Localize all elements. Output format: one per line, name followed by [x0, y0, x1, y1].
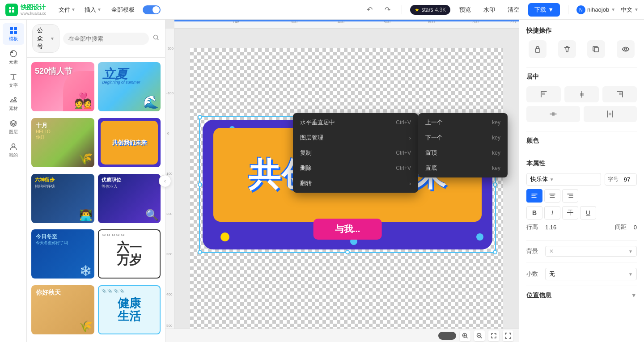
- quick-actions-title: 快捷操作: [526, 27, 637, 35]
- underline-button[interactable]: U: [580, 206, 596, 220]
- handle-bm[interactable]: [345, 250, 350, 254]
- handle-mr[interactable]: [493, 182, 497, 187]
- templates-panel: 公众号 ▼ 520情人节 💑 立夏 Beginning of summ: [27, 20, 165, 342]
- clear-button[interactable]: 清空: [504, 4, 523, 16]
- fullscreen-button[interactable]: [503, 330, 513, 341]
- template-card-10[interactable]: 📎 📎 📎 📎 健康生活: [98, 285, 161, 334]
- italic-button[interactable]: I: [544, 206, 560, 220]
- position-collapse-icon[interactable]: ▼: [631, 291, 637, 299]
- template-card-8[interactable]: 六一万岁 ✂ ✂ ✂ ✂ ✂: [98, 229, 161, 279]
- context-menu-item-flip[interactable]: 翻转 ›: [293, 176, 418, 191]
- watermark-button[interactable]: 水印: [480, 4, 499, 16]
- context-menu-item-align[interactable]: 水平垂直居中 Ctrl+V: [293, 115, 418, 130]
- align-left-button[interactable]: [526, 189, 542, 203]
- download-button[interactable]: 下载 ▼: [528, 3, 560, 17]
- lock-button[interactable]: [529, 40, 547, 58]
- template-card-9[interactable]: 你好秋天 🌾: [31, 285, 94, 334]
- fold-panel-button[interactable]: ‹: [159, 175, 171, 187]
- svg-rect-9: [11, 51, 13, 53]
- template-card-5[interactable]: 六神留步 招聘程序猿 👨‍💻: [31, 174, 94, 223]
- divider-5: [526, 262, 637, 262]
- stars-badge[interactable]: ★ stars 4.3K: [410, 5, 450, 15]
- menu-all-templates[interactable]: 全部模板: [107, 4, 139, 16]
- toggle-switch[interactable]: [143, 5, 161, 14]
- strikethrough-button[interactable]: 干: [562, 206, 578, 220]
- align-grid-2: [526, 106, 637, 122]
- duplicate-button[interactable]: [587, 40, 605, 58]
- handle-br[interactable]: [493, 250, 497, 254]
- svg-point-17: [625, 48, 627, 51]
- align-right-text-icon: [567, 193, 573, 199]
- search-button[interactable]: [153, 34, 160, 43]
- delete-button[interactable]: [558, 40, 576, 58]
- undo-button[interactable]: ↶: [363, 4, 376, 16]
- canvas-bottom-bar: [165, 329, 519, 342]
- canvas-scroll-bar[interactable]: [174, 20, 519, 21]
- sidebar-item-my[interactable]: 我的: [3, 139, 24, 161]
- canvas-area[interactable]: 148 300 400 500 600 700 777 900 -200 -10…: [165, 20, 519, 342]
- template-card-3[interactable]: 十月 HELLO你好 🌾: [31, 118, 94, 167]
- sidebar-item-layer[interactable]: 图层: [3, 116, 24, 138]
- template-card-6[interactable]: 优质职位 等你业入 🔍: [98, 174, 161, 223]
- redo-button[interactable]: ↷: [381, 4, 394, 16]
- bg-dropdown[interactable]: ✕ ▼: [545, 246, 637, 257]
- context-menu-item-copy[interactable]: 复制 Ctrl+V: [293, 145, 418, 160]
- bold-button[interactable]: B: [526, 206, 542, 220]
- topbar-actions: ↶ ↷ ★ stars 4.3K 预览 水印 清空 下载 ▼ N nihaojo…: [363, 3, 639, 17]
- font-select[interactable]: 快乐体 ▼: [526, 173, 601, 186]
- submenu-item-up[interactable]: 上一个 key: [418, 115, 508, 130]
- align-center-h[interactable]: [564, 86, 599, 102]
- category-select[interactable]: 公众号 ▼: [32, 24, 59, 53]
- handle-tl[interactable]: [198, 115, 202, 119]
- align-grid: [526, 86, 637, 102]
- align-top-right[interactable]: [602, 86, 637, 102]
- submenu-item-bottom[interactable]: 置底 key: [418, 160, 508, 176]
- user-section[interactable]: N nihaojob ▼: [576, 5, 615, 14]
- submenu-item-top[interactable]: 置顶 key: [418, 145, 508, 160]
- sidebar-item-template[interactable]: 模板: [3, 23, 24, 45]
- font-name: 快乐体: [530, 176, 548, 182]
- menu-file[interactable]: 文件 ▼: [55, 4, 79, 16]
- canvas-viewport[interactable]: 共创我们未来 与我...: [174, 30, 519, 329]
- zoom-in-button[interactable]: [460, 330, 470, 341]
- sidebar-item-element[interactable]: 元素: [3, 46, 24, 68]
- align-distribute[interactable]: [584, 106, 637, 122]
- italic-icon: I: [551, 209, 553, 216]
- category-label: 公众号: [37, 26, 48, 51]
- sidebar-item-material[interactable]: 素材: [3, 93, 24, 114]
- logo-text: 快图设计 www.kuaitu.cc: [21, 4, 46, 16]
- decimal-dropdown[interactable]: 无 ▼: [545, 268, 637, 280]
- align-center-v[interactable]: [526, 106, 580, 122]
- divider2: [568, 5, 568, 14]
- context-flip-arrow-icon: ›: [409, 180, 411, 187]
- handle-bl[interactable]: [198, 250, 202, 254]
- context-menu-item-layer[interactable]: 图层管理 ›: [293, 130, 418, 145]
- sidebar-item-text[interactable]: 文字: [3, 70, 24, 91]
- handle-ml[interactable]: [198, 182, 202, 187]
- card6-sub: 等你业入: [102, 184, 118, 190]
- submenu-item-down[interactable]: 下一个 key: [418, 130, 508, 145]
- context-menu-item-delete[interactable]: 删除 Ctrl+V: [293, 160, 418, 176]
- search-input[interactable]: [63, 33, 149, 45]
- page-toggle[interactable]: [438, 332, 456, 340]
- align-center-text-button[interactable]: [544, 189, 560, 203]
- template-card-1[interactable]: 520情人节 💑: [31, 62, 94, 111]
- fit-screen-button[interactable]: [488, 330, 499, 341]
- submenu-down-label: 下一个: [425, 134, 443, 142]
- lang-section[interactable]: 中文 ▼: [621, 6, 639, 14]
- menu-insert[interactable]: 插入 ▼: [81, 4, 105, 16]
- visibility-button[interactable]: [617, 40, 635, 58]
- align-center-text-icon: [549, 193, 555, 199]
- card6-title: 优质职位: [102, 177, 121, 183]
- svg-rect-0: [9, 7, 11, 9]
- font-size-input[interactable]: [620, 176, 634, 183]
- preview-button[interactable]: 预览: [456, 4, 475, 16]
- card2-emoji: 🌊: [143, 95, 159, 110]
- align-top-left[interactable]: [526, 86, 561, 102]
- template-card-7[interactable]: 今日冬至 今天冬至你好了吗 ❄️: [31, 229, 94, 279]
- zoom-out-button[interactable]: [474, 330, 485, 341]
- template-card-4[interactable]: 共创我们未来: [98, 118, 161, 167]
- align-right-text-button[interactable]: [562, 189, 578, 203]
- logo[interactable]: 快图设计 www.kuaitu.cc: [5, 4, 46, 16]
- template-card-2[interactable]: 立夏 Beginning of summer 🌊: [98, 62, 161, 111]
